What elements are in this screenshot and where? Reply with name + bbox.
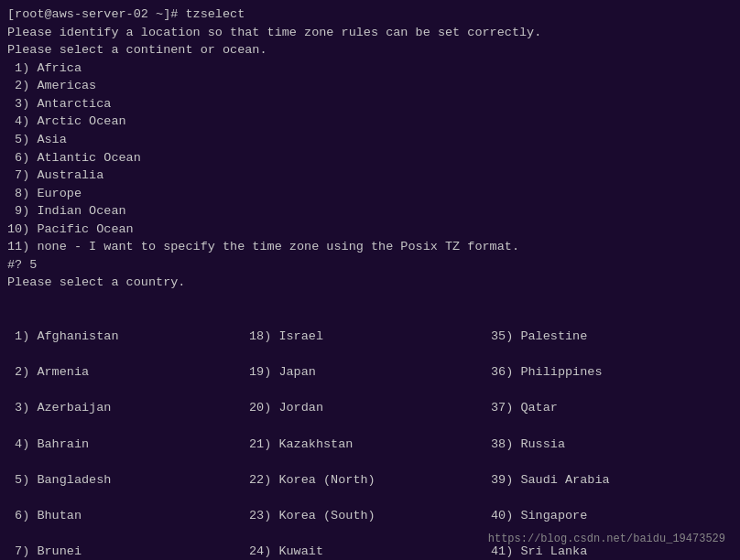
c2-3: 20) Jordan: [249, 399, 491, 417]
continent-8: 8) Europe: [7, 185, 733, 203]
c3-6: 40) Singapore: [491, 507, 733, 525]
continent-6: 6) Atlantic Ocean: [7, 149, 733, 167]
info-line2: Please select a continent or ocean.: [7, 41, 733, 59]
c1-1: 1) Afghanistan: [7, 328, 249, 346]
c1-6: 6) Bhutan: [7, 507, 249, 525]
continent-5: 5) Asia: [7, 131, 733, 149]
answer1-line: #? 5: [7, 256, 733, 275]
c1-4: 4) Bahrain: [7, 436, 249, 454]
country-col3: 35) Palestine 36) Philippines 37) Qatar …: [491, 292, 733, 560]
c2-5: 22) Korea (North): [249, 471, 491, 490]
continent-1: 1) Africa: [7, 59, 733, 78]
continent-4: 4) Arctic Ocean: [7, 113, 733, 131]
continent-2: 2) Americas: [7, 77, 733, 95]
c1-7: 7) Brunei: [7, 543, 249, 560]
c2-2: 19) Japan: [249, 363, 491, 382]
country-select-line: Please select a country.: [7, 274, 733, 292]
country-col1: 1) Afghanistan 2) Armenia 3) Azerbaijan …: [7, 292, 249, 560]
c3-2: 36) Philippines: [491, 363, 733, 382]
prompt: [root@aws-server-02 ~]#: [7, 7, 185, 21]
continent-9: 9) Indian Ocean: [7, 202, 733, 221]
c1-5: 5) Bangladesh: [7, 471, 249, 490]
continent-7: 7) Australia: [7, 167, 733, 185]
c1-2: 2) Armenia: [7, 363, 249, 382]
continent-3: 3) Antarctica: [7, 95, 733, 113]
continent-11: 11) none - I want to specify the time zo…: [7, 238, 733, 256]
prompt-line: [root@aws-server-02 ~]# tzselect: [7, 5, 733, 24]
c3-4: 38) Russia: [491, 436, 733, 454]
command: tzselect: [185, 7, 245, 21]
c2-6: 23) Korea (South): [249, 507, 491, 525]
c3-5: 39) Saudi Arabia: [491, 471, 733, 490]
country-columns: 1) Afghanistan 2) Armenia 3) Azerbaijan …: [7, 292, 733, 560]
c2-7: 24) Kuwait: [249, 543, 491, 560]
continent-10: 10) Pacific Ocean: [7, 221, 733, 239]
c2-1: 18) Israel: [249, 328, 491, 346]
c2-4: 21) Kazakhstan: [249, 436, 491, 454]
watermark: https://blog.csdn.net/baidu_19473529: [488, 532, 725, 547]
c1-3: 3) Azerbaijan: [7, 399, 249, 417]
c3-3: 37) Qatar: [491, 399, 733, 417]
terminal: [root@aws-server-02 ~]# tzselect Please …: [7, 5, 733, 555]
country-col2: 18) Israel 19) Japan 20) Jordan 21) Kaza…: [249, 292, 491, 560]
c3-1: 35) Palestine: [491, 328, 733, 346]
info-line1: Please identify a location so that time …: [7, 24, 733, 42]
